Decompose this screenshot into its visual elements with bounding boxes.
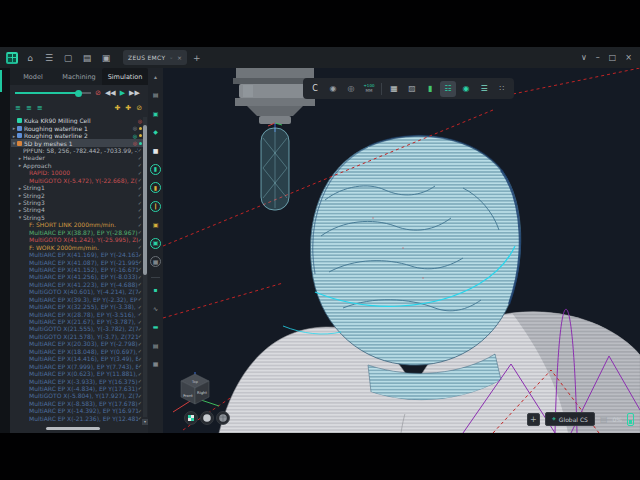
tree-row[interactable]: ▸Header✓	[11, 154, 144, 161]
viewcube-top-label[interactable]: Top	[191, 380, 199, 384]
tool-check-icon[interactable]: ◆	[150, 127, 161, 138]
tree-row[interactable]: ▸Roughing waterline 2◎	[11, 132, 144, 139]
rotate-tool-icon[interactable]: C	[307, 81, 323, 97]
eye-icon[interactable]: ◎	[133, 133, 137, 139]
tree-row[interactable]: ▸String3✓	[11, 199, 144, 206]
save-icon[interactable]: ▣	[99, 51, 113, 65]
camera-icon[interactable]: ◉	[325, 81, 341, 97]
add-marker-button[interactable]: ✚	[125, 105, 131, 112]
tree-row[interactable]: MultiARC EP X(-21.236), EP Y(12.481), EP…	[11, 415, 144, 422]
grid-icon[interactable]: ▦	[150, 256, 161, 267]
tree-row[interactable]: ▸Roughing waterline 1◎	[11, 124, 144, 131]
tree-row[interactable]: MultiARC EP X(41.087), EP Y(-21.995), EP…	[11, 258, 144, 265]
tool-axis-icon[interactable]: ▮	[150, 182, 161, 193]
collapse-window-button[interactable]: ∨	[581, 53, 587, 62]
tree-row[interactable]: ▸String4✓	[11, 206, 144, 213]
outline-collapse-icon[interactable]: ≡	[15, 105, 21, 112]
calculator-icon[interactable]: ▦	[386, 81, 402, 97]
tree-row[interactable]: MultiARC EP X(18.048), EP Y(0.697), EP Z…	[11, 348, 144, 355]
settings-sliders-icon[interactable]: ☰	[476, 81, 492, 97]
tree-row[interactable]: MultiARC EP X(41.223), EP Y(-4.688), EP …	[11, 281, 144, 288]
tree-row[interactable]: MultiARC EP X(14.416), EP Y(3.49), EP Z(…	[11, 355, 144, 362]
tree-row[interactable]: ▸String1✓	[11, 184, 144, 191]
layout-grid-icon[interactable]: ∷	[494, 81, 510, 97]
new-file-icon[interactable]: ▢	[61, 51, 75, 65]
app-logo-icon[interactable]	[6, 52, 18, 64]
tree-row[interactable]: MultiGOTO X(-5.804), Y(17.927), Z(723.54…	[11, 392, 144, 399]
tree-row[interactable]: MultiARC EP X(41.152), EP Y(-16.671), EP…	[11, 266, 144, 273]
stop-record-button[interactable]: ⊘	[95, 90, 101, 97]
tab-model[interactable]: Model	[10, 68, 56, 85]
tree-row[interactable]: MultiGOTO X(-5.472), Y(-22.668), Z(769.1…	[11, 177, 144, 184]
outline-expand-icon[interactable]: ≡	[26, 105, 32, 112]
home-icon[interactable]: ⌂	[23, 51, 37, 65]
holder-icon[interactable]: ▮	[150, 164, 161, 175]
tree-row[interactable]: ▸String2✓	[11, 191, 144, 198]
tree-row[interactable]: MultiARC EP X(21.67), EP Y(-3.787), EP Z…	[11, 318, 144, 325]
tree-row[interactable]: ▸Approach✓	[11, 162, 144, 169]
tree-row[interactable]: MultiARC EP X(32.255), EP Y(-3.38), EP Z…	[11, 303, 144, 310]
tab-machining[interactable]: Machining	[56, 68, 102, 85]
tree-row[interactable]: MultiARC EP X(-14.392), EP Y(16.971), EP…	[11, 407, 144, 414]
point-icon[interactable]: ▪	[150, 285, 161, 296]
viewcube-front-label[interactable]: Front	[183, 393, 193, 398]
new-tab-button[interactable]: +	[193, 53, 201, 63]
coordinate-system-dropdown[interactable]: ⌖ Global CS	[545, 412, 595, 426]
tree-row[interactable]: ▾5D by meshes 1◎	[11, 139, 144, 146]
pause-limit-button[interactable]: ⊘	[136, 105, 142, 112]
fixture-icon[interactable]: ▣	[150, 108, 161, 119]
outline-levels-icon[interactable]: ≡	[37, 105, 43, 112]
tree-row[interactable]: F: SHORT LINK 2000mm/min.✓	[11, 221, 144, 228]
tab-simulation[interactable]: Simulation	[102, 68, 148, 85]
tree-row[interactable]: MultiGOTO X(21.555), Y(-3.782), Z(721.48…	[11, 325, 144, 332]
tree-row[interactable]: MultiARC EP X(41.169), EP Y(-24.163), EP…	[11, 251, 144, 258]
machine-icon[interactable]: ▤	[150, 90, 161, 101]
tree-row[interactable]: MultiARC EP X(28.78), EP Y(-3.516), EP Z…	[11, 310, 144, 317]
spring-icon[interactable]: ∿	[150, 303, 161, 314]
tree-row[interactable]: MultiARC EP X(0.623), EP Y(11.881), EP Z…	[11, 370, 144, 377]
step-back-button[interactable]: ◀◀	[105, 90, 116, 97]
material-icon[interactable]: ▮	[422, 81, 438, 97]
add-cs-button[interactable]: +	[527, 413, 540, 426]
tree-scrollbar-thumb[interactable]	[143, 125, 147, 275]
snapshot-icon[interactable]: ▤	[150, 340, 161, 351]
target-icon[interactable]: ◎	[133, 140, 137, 146]
collapse-strip-icon[interactable]: ▴	[150, 71, 161, 82]
tree-row[interactable]: MultiARC EP X(-8.583), EP Y(17.678), EP …	[11, 400, 144, 407]
minimize-button[interactable]: –	[596, 53, 600, 62]
viewcube-right-label[interactable]: Right	[197, 390, 208, 395]
chart-icon[interactable]: ▨	[404, 81, 420, 97]
close-button[interactable]: ×	[625, 53, 632, 62]
tree-row[interactable]: Kuka KR90 Milling Cell◎	[11, 117, 144, 124]
tree-row[interactable]: MultiARC EP X(38.87), EP Y(-28.967), EP …	[11, 229, 144, 236]
step-forward-button[interactable]: ▶▶	[129, 90, 140, 97]
collision-icon[interactable]: ◉	[458, 81, 474, 97]
tree-row[interactable]: MultiARC EP X(-4.834), EP Y(17.631), EP …	[11, 385, 144, 392]
playback-slider-knob[interactable]	[75, 90, 82, 97]
tree-row[interactable]: MultiGOTO X(40.601), Y(-4.214), Z(721.78…	[11, 288, 144, 295]
feed-override-icon[interactable]: +100MM	[361, 81, 377, 97]
tree-row[interactable]: PPFUN: 58, 256, -782.442, -7033.99, -143…	[11, 147, 144, 154]
tree-row[interactable]: ▾String5✓	[11, 214, 144, 221]
pattern-icon[interactable]: ▦	[150, 359, 161, 370]
play-button[interactable]: ▶	[120, 90, 125, 97]
viewport-3d[interactable]: Top Front Right C◉◎+100MM▦▨▮☷◉☰∷	[163, 68, 640, 433]
probe-icon[interactable]: ❙	[150, 201, 161, 212]
eye-icon[interactable]: ◎	[133, 125, 137, 131]
tree-scrollbar[interactable]	[143, 117, 147, 417]
visibility-icon[interactable]: ◎	[343, 81, 359, 97]
tree-row[interactable]: MultiARC EP X(-3.933), EP Y(16.375), EP …	[11, 377, 144, 384]
tree-row[interactable]: MultiARC EP X(39.3), EP Y(-2.32), EP Z(7…	[11, 296, 144, 303]
target-icon[interactable]: ◎	[138, 118, 142, 124]
playback-slider[interactable]	[15, 92, 91, 94]
tree-row[interactable]: MultiARC EP X(7.999), EP Y(7.743), EP Z(…	[11, 362, 144, 369]
stock-icon[interactable]: ■	[150, 145, 161, 156]
tree-row[interactable]: MultiARC EP X(41.256), EP Y(-8.033), EP …	[11, 273, 144, 280]
stock-box-icon[interactable]: ▣	[150, 238, 161, 249]
tree-hscrollbar-thumb[interactable]	[46, 427, 100, 430]
add-point-button[interactable]: ✚	[114, 105, 120, 112]
tab-close-icon[interactable]: ×	[177, 54, 182, 61]
tree-row[interactable]: MultiGOTO X(41.242), Y(-25.995), Z(728.8…	[11, 236, 144, 243]
tree-row[interactable]: RAPID: 10000✓	[11, 169, 144, 176]
document-tab[interactable]: ZEUS EMCY ◦ ×	[123, 50, 187, 65]
